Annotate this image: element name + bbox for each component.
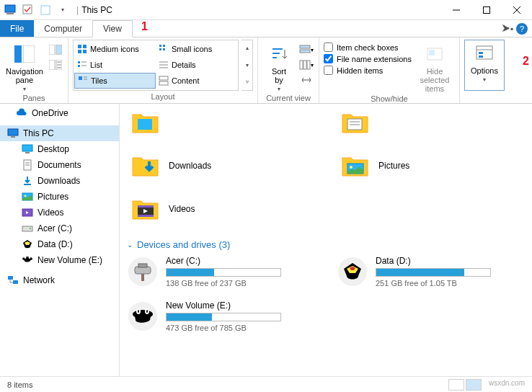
group-by-button[interactable]: ▾ — [298, 43, 314, 57]
main-pane[interactable]: Downloads Pictures Videos ⌄ Devices and … — [120, 104, 532, 376]
svg-rect-10 — [49, 45, 55, 55]
svg-rect-0 — [5, 5, 15, 12]
downloads-icon — [22, 175, 33, 187]
svg-rect-11 — [56, 45, 62, 55]
nav-downloads[interactable]: Downloads — [0, 173, 119, 189]
folder-downloads[interactable]: Downloads — [127, 147, 315, 184]
options-button[interactable]: Options — [464, 40, 505, 91]
tab-view[interactable]: View — [92, 20, 133, 37]
details-view-button[interactable] — [448, 379, 464, 391]
nav-pictures[interactable]: Pictures — [0, 189, 119, 205]
sort-by-icon — [267, 43, 291, 66]
videos-icon — [22, 207, 33, 218]
nav-onedrive[interactable]: OneDrive — [0, 105, 119, 121]
svg-rect-21 — [159, 45, 161, 47]
drive-icon — [22, 239, 33, 250]
nav-acer-c[interactable]: Acer (C:) — [0, 220, 119, 236]
svg-rect-68 — [13, 280, 18, 284]
network-icon — [7, 275, 19, 286]
layout-gallery-scroll[interactable]: ▴▾▿ — [241, 40, 253, 91]
tab-file[interactable]: File — [0, 20, 34, 37]
file-extensions-toggle[interactable]: File name extensions — [324, 54, 412, 63]
folder-videos[interactable]: Videos — [127, 190, 315, 228]
svg-rect-67 — [8, 276, 13, 280]
preview-pane-button[interactable] — [48, 43, 63, 57]
nav-thispc[interactable]: This PC — [0, 125, 119, 141]
item-checkboxes-toggle[interactable]: Item check boxes — [324, 43, 412, 52]
watermark: wsxdn.com — [489, 379, 525, 391]
drive-d[interactable]: Data (D:) 251 GB free of 1.05 TB — [337, 256, 525, 288]
layout-small-icons[interactable]: Small icons — [156, 41, 237, 57]
layout-list[interactable]: List — [74, 57, 156, 73]
hidden-items-toggle[interactable]: Hidden items — [324, 66, 412, 75]
annotation-1: 1 — [141, 20, 148, 33]
folder-pictures[interactable]: Pictures — [337, 147, 525, 184]
sort-by-button[interactable]: Sort by — [262, 40, 296, 92]
layout-tiles[interactable]: Tiles — [74, 73, 156, 89]
svg-rect-71 — [138, 119, 152, 130]
close-button[interactable] — [502, 0, 532, 20]
window-title: This PC — [81, 5, 112, 15]
drive-e-icon — [127, 300, 159, 332]
large-icons-view-button[interactable] — [466, 379, 482, 391]
layout-gallery[interactable]: Medium icons Small icons List Details Ti… — [73, 40, 239, 91]
svg-rect-25 — [78, 61, 80, 63]
maximize-button[interactable] — [471, 0, 502, 20]
layout-medium-icons[interactable]: Medium icons — [74, 41, 156, 57]
nav-videos[interactable]: Videos — [0, 205, 119, 220]
svg-rect-1 — [6, 13, 14, 14]
help-icon[interactable]: ? — [516, 23, 528, 35]
window-controls — [441, 0, 532, 20]
hide-selected-icon — [423, 43, 446, 66]
add-columns-button[interactable]: ▾ — [298, 58, 314, 72]
videos-folder-icon — [130, 193, 161, 225]
devices-drives-header[interactable]: ⌄ Devices and drives (3) — [127, 239, 525, 250]
svg-rect-50 — [479, 55, 483, 58]
svg-rect-27 — [78, 65, 80, 67]
annotation-2: 2 — [523, 55, 529, 68]
qat-new-folder-icon[interactable] — [37, 2, 53, 18]
svg-rect-49 — [479, 52, 483, 54]
details-pane-button[interactable] — [48, 58, 63, 72]
size-columns-button[interactable] — [298, 73, 314, 87]
svg-point-86 — [138, 310, 139, 313]
ribbon-group-layout: Medium icons Small icons List Details Ti… — [68, 37, 258, 103]
folder-cut-top1[interactable] — [127, 104, 315, 141]
folder-cut-top2[interactable] — [337, 104, 525, 141]
svg-rect-36 — [159, 81, 168, 85]
layout-details[interactable]: Details — [156, 57, 237, 73]
drive-c-bar — [166, 268, 281, 277]
options-label: Options — [471, 66, 498, 75]
nav-data-d[interactable]: Data (D:) — [0, 236, 119, 252]
drive-icon — [22, 223, 33, 234]
navigation-pane-icon — [13, 43, 36, 66]
minimize-button[interactable] — [441, 0, 471, 20]
navigation-pane-button[interactable]: Navigation pane — [4, 40, 45, 92]
svg-rect-40 — [300, 45, 310, 48]
downloads-folder-icon — [130, 150, 161, 182]
nav-newvol-e[interactable]: New Volume (E:) — [0, 252, 119, 268]
nav-network[interactable]: Network — [0, 272, 119, 288]
svg-rect-17 — [78, 45, 81, 48]
ribbon-minimize-icon[interactable]: ⮞▪ — [502, 24, 513, 34]
qat-dropdown-icon[interactable]: ▾ — [55, 2, 71, 18]
svg-rect-12 — [49, 60, 55, 70]
ribbon: Navigation pane Panes Medium icons Small… — [0, 37, 532, 104]
drives-section: Acer (C:) 138 GB free of 237 GB Data (D:… — [127, 256, 525, 332]
hide-selected-button[interactable]: Hide selected items — [414, 40, 455, 93]
ribbon-group-showhide-label: Show/hide — [324, 93, 455, 105]
nav-desktop[interactable]: Desktop — [0, 141, 119, 157]
svg-rect-8 — [14, 45, 22, 63]
drive-c[interactable]: Acer (C:) 138 GB free of 237 GB — [127, 256, 315, 288]
drive-e[interactable]: New Volume (E:) 473 GB free of 785 GB — [127, 300, 315, 332]
layout-content[interactable]: Content — [156, 73, 237, 89]
tab-computer[interactable]: Computer — [34, 20, 92, 37]
svg-rect-22 — [163, 45, 165, 47]
drive-e-bar — [166, 313, 281, 321]
nav-documents[interactable]: Documents — [0, 157, 119, 173]
pictures-folder-icon — [340, 150, 371, 182]
navigation-pane-label: Navigation pane — [6, 67, 43, 84]
qat-properties-icon[interactable] — [20, 2, 36, 18]
svg-rect-35 — [159, 76, 168, 80]
title-bar: ▾ | This PC — [0, 0, 532, 20]
